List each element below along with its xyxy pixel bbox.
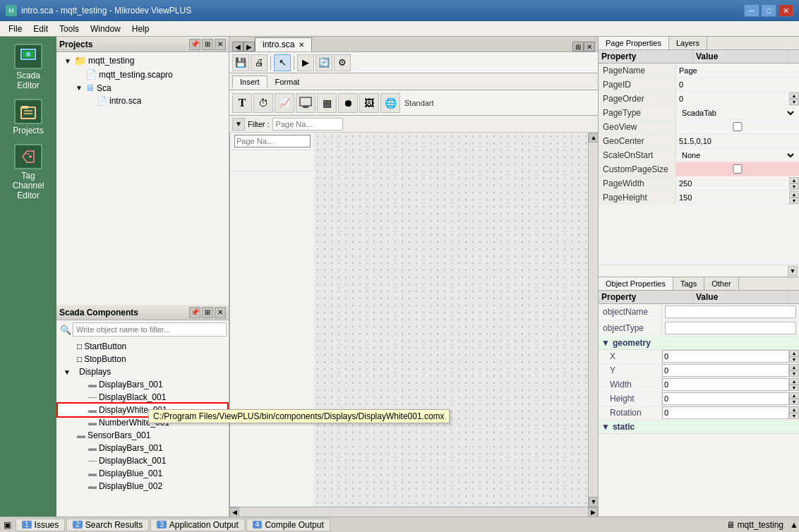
- menu-edit[interactable]: Edit: [28, 23, 54, 35]
- comp-item-displayblue002[interactable]: ▬ DisplayBlue_002: [58, 480, 227, 492]
- status-icon-terminal[interactable]: ▣: [0, 517, 14, 533]
- pageheight-up-btn[interactable]: ▲: [789, 191, 799, 198]
- comp-pin-btn[interactable]: 📌: [189, 307, 200, 318]
- search-input[interactable]: [73, 322, 227, 337]
- x-up-btn[interactable]: ▲: [789, 350, 799, 356]
- filter-btn[interactable]: ▼: [232, 118, 245, 131]
- tree-item-intro[interactable]: 📄 intro.sca: [58, 95, 227, 107]
- tab-close-all-btn[interactable]: ✕: [584, 42, 595, 52]
- props-val-custompagesize[interactable]: [676, 162, 799, 176]
- pageorder-down-btn[interactable]: ▼: [789, 99, 799, 105]
- sidebar-item-projects[interactable]: Projects: [4, 95, 53, 139]
- comp-item-displayblack001[interactable]: — DisplayBlack_001: [58, 391, 227, 404]
- sidebar-item-scada[interactable]: Scada Editor: [4, 40, 53, 94]
- tab-close-btn[interactable]: ✕: [299, 41, 304, 49]
- scroll-up-btn[interactable]: ▲: [589, 133, 598, 143]
- tab-next-btn[interactable]: ▶: [244, 42, 255, 52]
- tab-tags[interactable]: Tags: [673, 277, 704, 290]
- menu-window[interactable]: Window: [85, 23, 126, 35]
- pagewidth-input[interactable]: [676, 178, 789, 189]
- scroll-down-btn[interactable]: ▼: [589, 497, 598, 507]
- page-props-scroll-down[interactable]: ▼: [788, 266, 798, 276]
- menu-help[interactable]: Help: [126, 23, 155, 35]
- height-input[interactable]: [662, 392, 789, 405]
- tab-object-properties[interactable]: Object Properties: [599, 277, 673, 290]
- comp-item-displaybars001[interactable]: ▬ DisplayBars_001: [58, 378, 227, 391]
- projects-close-btn[interactable]: ✕: [215, 39, 226, 50]
- std-btn-clock[interactable]: ⏱: [253, 93, 273, 113]
- menu-file[interactable]: File: [3, 23, 28, 35]
- toggle-mqtt[interactable]: ▼: [64, 57, 72, 65]
- scroll-right-btn[interactable]: ▶: [588, 507, 598, 517]
- tab-insert[interactable]: Insert: [232, 75, 268, 87]
- comp-item-displays[interactable]: ▼ Displays: [58, 365, 227, 378]
- rotation-down-btn[interactable]: ▼: [789, 413, 799, 419]
- width-up-btn[interactable]: ▲: [789, 378, 799, 385]
- std-btn-table[interactable]: ▦: [317, 93, 337, 113]
- rotation-up-btn[interactable]: ▲: [789, 406, 799, 413]
- tab-page-properties[interactable]: Page Properties: [599, 37, 669, 49]
- height-down-btn[interactable]: ▼: [789, 399, 799, 405]
- status-tab-issues[interactable]: 1 Issues: [16, 519, 65, 531]
- pagewidth-up-btn[interactable]: ▲: [789, 177, 799, 183]
- objectname-input[interactable]: [665, 306, 796, 318]
- page-filter-input[interactable]: [234, 135, 311, 147]
- toolbar-cursor-btn[interactable]: ↖: [274, 54, 291, 71]
- pageheight-down-btn[interactable]: ▼: [789, 198, 799, 204]
- std-btn-text[interactable]: T: [232, 93, 252, 113]
- status-tab-app-output[interactable]: 3 Application Output: [150, 519, 245, 531]
- pagename-input[interactable]: [679, 66, 796, 75]
- custompagesize-checkbox[interactable]: [679, 164, 796, 174]
- toolbar-print-btn[interactable]: 🖨: [251, 54, 268, 71]
- x-input[interactable]: [662, 350, 789, 363]
- props-val-geoview[interactable]: [676, 120, 799, 133]
- x-down-btn[interactable]: ▼: [789, 356, 799, 363]
- scroll-track-v[interactable]: [589, 143, 598, 497]
- pageid-input[interactable]: [679, 80, 796, 89]
- maximize-button[interactable]: □: [761, 4, 776, 17]
- tab-format[interactable]: Format: [268, 75, 308, 88]
- y-down-btn[interactable]: ▼: [789, 370, 799, 377]
- pagewidth-down-btn[interactable]: ▼: [789, 183, 799, 190]
- scaleonstart-select[interactable]: None: [679, 150, 796, 160]
- pageorder-input[interactable]: [676, 93, 789, 104]
- projects-expand-btn[interactable]: ⊞: [202, 39, 213, 50]
- tree-item-mqtt[interactable]: ▼ 📁 mqtt_testing: [58, 54, 227, 68]
- std-btn-chart[interactable]: 📈: [275, 93, 294, 113]
- comp-item-displayblack001b[interactable]: — DisplayBlack_001: [58, 454, 227, 467]
- tab-other[interactable]: Other: [704, 277, 739, 290]
- std-btn-display[interactable]: [296, 93, 316, 113]
- toolbar-save-btn[interactable]: 💾: [232, 54, 249, 71]
- width-down-btn[interactable]: ▼: [789, 385, 799, 391]
- props-val-pageid[interactable]: [676, 78, 799, 91]
- y-input[interactable]: [662, 364, 789, 377]
- rotation-input[interactable]: [662, 406, 789, 419]
- pageheight-input[interactable]: [676, 192, 789, 203]
- pageorder-up-btn[interactable]: ▲: [789, 92, 799, 99]
- static-toggle[interactable]: ▼: [601, 422, 610, 432]
- height-up-btn[interactable]: ▲: [789, 392, 799, 399]
- status-scroll-up[interactable]: ▲: [789, 517, 799, 533]
- close-button[interactable]: ✕: [778, 4, 793, 17]
- comp-item-startbutton[interactable]: □ StartButton: [58, 340, 227, 353]
- geoview-checkbox[interactable]: [679, 122, 796, 131]
- tree-item-scapro[interactable]: 📄 mqtt_testing.scapro: [58, 68, 227, 81]
- y-up-btn[interactable]: ▲: [789, 364, 799, 370]
- toolbar-refresh-btn[interactable]: 🔄: [316, 54, 332, 71]
- std-btn-circle[interactable]: ⏺: [338, 93, 358, 113]
- tab-layers[interactable]: Layers: [669, 37, 707, 49]
- props-val-pagename[interactable]: [676, 64, 799, 77]
- pagetype-select[interactable]: ScadaTab: [679, 108, 796, 118]
- toolbar-play-btn[interactable]: ▶: [297, 54, 314, 71]
- status-tab-search-results[interactable]: 2 Search Results: [66, 519, 149, 531]
- comp-item-sensorbars001[interactable]: ▬ SensorBars_001: [58, 429, 227, 442]
- comp-item-displaybars001b[interactable]: ▬ DisplayBars_001: [58, 442, 227, 454]
- minimize-button[interactable]: ─: [744, 4, 759, 17]
- comp-expand-btn[interactable]: ⊞: [202, 307, 213, 318]
- tab-prev-btn[interactable]: ◀: [232, 42, 244, 52]
- tab-expand-btn[interactable]: ⊞: [572, 42, 584, 52]
- projects-pin-btn[interactable]: 📌: [189, 39, 200, 50]
- geometry-toggle[interactable]: ▼: [601, 338, 610, 348]
- toolbar-settings-btn[interactable]: ⚙: [334, 54, 351, 71]
- sidebar-item-tag-channel[interactable]: Tag Channel Editor: [4, 140, 53, 204]
